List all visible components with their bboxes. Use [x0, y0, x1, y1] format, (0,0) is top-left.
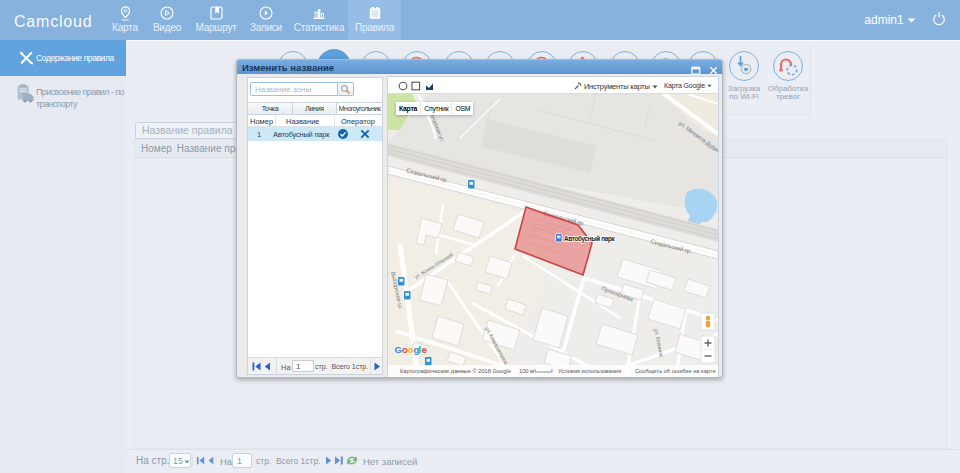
- svg-text:e: e: [421, 344, 426, 355]
- svg-text:G: G: [395, 344, 402, 355]
- svg-text:Картографические данные © 2018: Картографические данные © 2018 Google: [400, 368, 511, 374]
- svg-text:Сообщить об ошибке на карте: Сообщить об ошибке на карте: [635, 368, 716, 374]
- svg-text:100 м: 100 м: [519, 368, 534, 374]
- svg-text:Автобусный парк: Автобусный парк: [564, 235, 616, 243]
- svg-text:Условия использования: Условия использования: [558, 368, 621, 374]
